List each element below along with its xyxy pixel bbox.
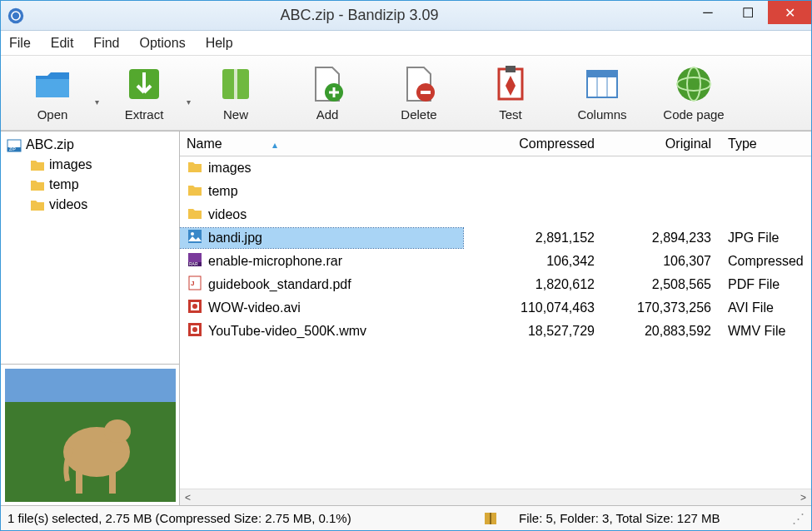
file-type: Compressed [721, 254, 811, 269]
file-row[interactable]: Jguidebook_standard.pdf1,820,6122,508,56… [180, 273, 811, 296]
file-row[interactable]: bandi.jpg2,891,1522,894,233JPG File [180, 226, 811, 250]
file-row[interactable]: RARenable-microphone.rar106,342106,307Co… [180, 250, 811, 273]
new-archive-icon [216, 64, 256, 104]
window-controls: ─ ☐ ✕ [688, 1, 811, 30]
column-headers: Name▴ Compressed Original Type [180, 132, 811, 156]
statusbar: 1 file(s) selected, 2.75 MB (Compressed … [1, 505, 811, 530]
file-compressed: 106,342 [463, 254, 605, 269]
tree-child[interactable]: videos [6, 195, 174, 215]
file-name: guidebook_standard.pdf [208, 277, 351, 292]
folder-icon [187, 205, 203, 225]
svg-point-15 [677, 67, 710, 101]
file-name: YouTube-video_500K.wmv [208, 324, 366, 339]
app-icon [7, 7, 24, 24]
svg-rect-8 [421, 91, 431, 94]
columns-button[interactable]: Columns [560, 64, 644, 122]
menu-options[interactable]: Options [139, 36, 185, 51]
scroll-left-icon[interactable]: < [185, 492, 191, 504]
close-button[interactable]: ✕ [768, 1, 811, 24]
file-list-pane: Name▴ Compressed Original Type imagestem… [180, 132, 811, 505]
file-compressed: 110,074,463 [463, 300, 605, 315]
file-compressed: 18,527,729 [463, 324, 605, 339]
tree-child[interactable]: images [6, 155, 174, 175]
file-rows[interactable]: imagestempvideosbandi.jpg2,891,1522,894,… [180, 156, 811, 489]
open-button[interactable]: Open ▾ [11, 64, 94, 122]
globe-icon [674, 64, 714, 104]
svg-rect-27 [109, 469, 116, 494]
folder-icon [29, 156, 46, 173]
toolbar: Open ▾ Extract ▾ New Add Delete [1, 56, 811, 131]
columns-icon [582, 64, 622, 104]
file-type: WMV File [721, 324, 811, 339]
extract-button[interactable]: Extract ▾ [102, 64, 186, 122]
tree-child[interactable]: temp [6, 175, 174, 195]
file-row[interactable]: videos [180, 203, 811, 226]
menu-file[interactable]: File [9, 36, 31, 51]
col-type[interactable]: Type [721, 136, 811, 151]
svg-rect-12 [587, 71, 617, 77]
svg-point-40 [192, 327, 197, 332]
svg-rect-5 [234, 69, 237, 99]
scroll-right-icon[interactable]: > [800, 492, 806, 504]
file-original: 2,894,233 [605, 231, 721, 246]
jpg-icon [187, 228, 203, 248]
window-title: ABC.zip - Bandizip 3.09 [31, 7, 688, 24]
codepage-button[interactable]: Code page [652, 64, 735, 122]
file-original: 20,883,592 [605, 324, 721, 339]
menu-edit[interactable]: Edit [51, 36, 74, 51]
folder-icon [29, 196, 46, 213]
status-summary: File: 5, Folder: 3, Total Size: 127 MB [507, 511, 783, 525]
rar-icon: RAR [187, 251, 203, 271]
file-compressed: 2,891,152 [463, 231, 605, 246]
minimize-button[interactable]: ─ [688, 1, 728, 24]
svg-text:ZIP: ZIP [9, 146, 16, 151]
file-name: enable-microphone.rar [208, 254, 342, 269]
titlebar: ABC.zip - Bandizip 3.09 ─ ☐ ✕ [1, 1, 811, 31]
app-window: ABC.zip - Bandizip 3.09 ─ ☐ ✕ File Edit … [0, 0, 812, 531]
zip-icon: ZIP [6, 136, 22, 153]
col-compressed[interactable]: Compressed [463, 136, 605, 151]
file-row[interactable]: WOW-video.avi110,074,463170,373,256AVI F… [180, 296, 811, 320]
sort-asc-icon: ▴ [272, 139, 277, 151]
folder-icon [29, 176, 46, 193]
video-icon [187, 298, 203, 318]
svg-rect-10 [506, 66, 516, 72]
file-compressed: 1,820,612 [463, 277, 605, 292]
col-original[interactable]: Original [605, 136, 721, 151]
file-row[interactable]: images [180, 156, 811, 180]
svg-point-2 [12, 12, 19, 18]
add-button[interactable]: Add [286, 64, 369, 122]
pdf-icon: J [187, 275, 203, 295]
add-icon [307, 64, 347, 104]
svg-point-29 [191, 232, 194, 236]
preview-image [5, 369, 176, 502]
tree-view[interactable]: ZIP ABC.zip images temp videos [1, 132, 179, 364]
menubar: File Edit Find Options Help [1, 31, 811, 56]
file-name: bandi.jpg [208, 231, 262, 246]
svg-point-25 [104, 419, 131, 443]
file-name: images [208, 161, 252, 176]
left-pane: ZIP ABC.zip images temp videos [1, 132, 180, 505]
test-button[interactable]: Test [469, 64, 552, 122]
test-icon [491, 64, 531, 104]
dropdown-icon[interactable]: ▾ [187, 97, 191, 107]
svg-text:J: J [191, 280, 194, 287]
delete-icon [399, 64, 439, 104]
resize-grip[interactable]: ⋰ [790, 511, 805, 526]
file-name: videos [208, 207, 247, 222]
svg-rect-42 [490, 513, 491, 524]
col-name[interactable]: Name▴ [180, 136, 463, 151]
delete-button[interactable]: Delete [377, 64, 461, 122]
new-button[interactable]: New [194, 64, 277, 122]
tree-root[interactable]: ZIP ABC.zip [6, 135, 174, 155]
maximize-button[interactable]: ☐ [728, 1, 768, 24]
menu-find[interactable]: Find [93, 36, 119, 51]
menu-help[interactable]: Help [206, 36, 233, 51]
dropdown-icon[interactable]: ▾ [95, 97, 99, 107]
horizontal-scrollbar[interactable]: < > [180, 489, 811, 505]
file-type: JPG File [721, 231, 811, 246]
status-archive-icon [481, 510, 501, 527]
file-row[interactable]: YouTube-video_500K.wmv18,527,72920,883,5… [180, 320, 811, 343]
file-row[interactable]: temp [180, 180, 811, 203]
file-original: 170,373,256 [605, 300, 721, 315]
